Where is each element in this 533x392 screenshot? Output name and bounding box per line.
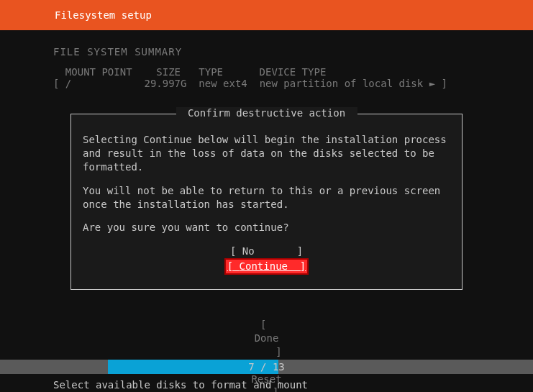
confirm-dialog: Confirm destructive action Selecting Con… bbox=[70, 114, 463, 290]
dialog-body: Selecting Continue below will begin the … bbox=[83, 133, 450, 275]
summary-heading: FILE SYSTEM SUMMARY bbox=[53, 46, 480, 58]
footer-hint: Select available disks to format and mou… bbox=[53, 379, 308, 391]
window-title-bar: Filesystem setup bbox=[0, 0, 533, 30]
dialog-paragraph: You will not be able to return to this o… bbox=[83, 184, 450, 211]
progress-bar: 7 / 13 bbox=[0, 360, 533, 374]
progress-text: 7 / 13 bbox=[248, 361, 285, 373]
dialog-buttons: [ No ] [ Continue ] bbox=[83, 245, 450, 275]
table-row[interactable]: [ / 29.997G new ext4 new partition of lo… bbox=[53, 78, 480, 89]
done-button[interactable]: [ Done ] bbox=[0, 318, 533, 359]
continue-button[interactable]: [ Continue ] bbox=[224, 258, 309, 275]
file-system-summary: FILE SYSTEM SUMMARY MOUNT POINT SIZE TYP… bbox=[0, 30, 533, 89]
dialog-title: Confirm destructive action bbox=[176, 107, 357, 119]
summary-columns: MOUNT POINT SIZE TYPE DEVICE TYPE bbox=[53, 66, 480, 78]
window-title: Filesystem setup bbox=[55, 9, 152, 21]
chevron-right-icon: ► bbox=[429, 78, 435, 89]
dialog-paragraph: Selecting Continue below will begin the … bbox=[83, 133, 450, 174]
no-button[interactable]: [ No ] bbox=[229, 245, 304, 258]
dialog-paragraph: Are you sure you want to continue? bbox=[83, 221, 450, 234]
